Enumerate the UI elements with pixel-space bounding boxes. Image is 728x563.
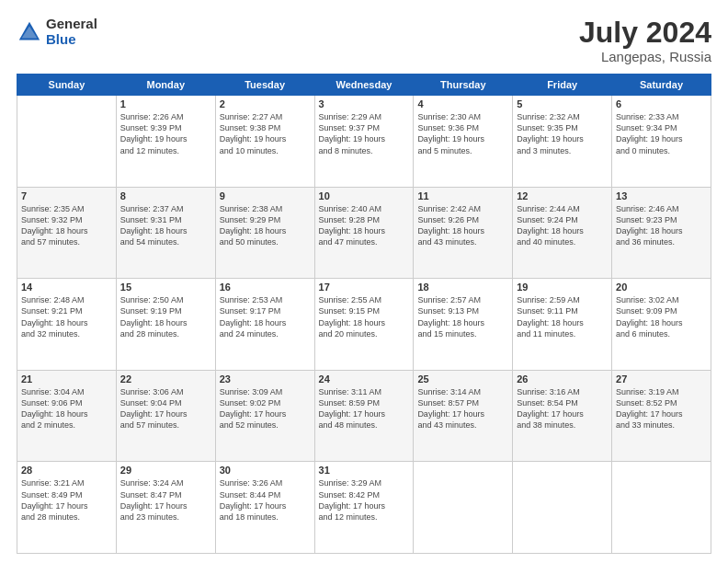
col-friday: Friday xyxy=(513,75,612,96)
day-info: Sunrise: 2:42 AM Sunset: 9:26 PM Dayligh… xyxy=(417,203,508,248)
day-number: 16 xyxy=(220,282,311,293)
col-thursday: Thursday xyxy=(414,75,513,96)
day-number: 7 xyxy=(21,190,112,201)
week-row-4: 28Sunrise: 3:21 AM Sunset: 8:49 PM Dayli… xyxy=(17,462,711,554)
day-number: 5 xyxy=(517,98,608,109)
day-info: Sunrise: 2:59 AM Sunset: 9:11 PM Dayligh… xyxy=(517,294,608,339)
page: General Blue July 2024 Langepas, Russia … xyxy=(0,0,728,563)
day-cell: 29Sunrise: 3:24 AM Sunset: 8:47 PM Dayli… xyxy=(116,462,215,554)
day-info: Sunrise: 2:33 AM Sunset: 9:34 PM Dayligh… xyxy=(616,111,707,156)
day-cell: 19Sunrise: 2:59 AM Sunset: 9:11 PM Dayli… xyxy=(513,279,612,371)
day-cell: 11Sunrise: 2:42 AM Sunset: 9:26 PM Dayli… xyxy=(414,187,513,279)
day-cell: 14Sunrise: 2:48 AM Sunset: 9:21 PM Dayli… xyxy=(17,279,117,371)
day-number: 19 xyxy=(517,282,608,293)
day-cell: 25Sunrise: 3:14 AM Sunset: 8:57 PM Dayli… xyxy=(414,370,513,462)
day-info: Sunrise: 2:38 AM Sunset: 9:29 PM Dayligh… xyxy=(220,203,311,248)
logo-blue-text: Blue xyxy=(46,32,97,48)
day-info: Sunrise: 2:48 AM Sunset: 9:21 PM Dayligh… xyxy=(21,294,112,339)
week-row-1: 7Sunrise: 2:35 AM Sunset: 9:32 PM Daylig… xyxy=(17,187,711,279)
day-info: Sunrise: 3:11 AM Sunset: 8:59 PM Dayligh… xyxy=(319,386,410,431)
day-number: 4 xyxy=(417,98,508,109)
day-info: Sunrise: 3:21 AM Sunset: 8:49 PM Dayligh… xyxy=(21,477,112,523)
col-wednesday: Wednesday xyxy=(314,75,414,96)
month-year: July 2024 xyxy=(579,17,711,49)
day-cell: 20Sunrise: 3:02 AM Sunset: 9:09 PM Dayli… xyxy=(612,279,711,371)
day-info: Sunrise: 2:37 AM Sunset: 9:31 PM Dayligh… xyxy=(120,203,211,248)
day-cell: 27Sunrise: 3:19 AM Sunset: 8:52 PM Dayli… xyxy=(612,370,711,462)
week-row-2: 14Sunrise: 2:48 AM Sunset: 9:21 PM Dayli… xyxy=(17,279,711,371)
day-info: Sunrise: 3:14 AM Sunset: 8:57 PM Dayligh… xyxy=(417,386,508,431)
day-cell: 31Sunrise: 3:29 AM Sunset: 8:42 PM Dayli… xyxy=(314,462,414,554)
day-info: Sunrise: 3:16 AM Sunset: 8:54 PM Dayligh… xyxy=(517,386,608,431)
day-number: 1 xyxy=(120,98,211,109)
day-cell: 10Sunrise: 2:40 AM Sunset: 9:28 PM Dayli… xyxy=(314,187,414,279)
day-number: 22 xyxy=(120,373,211,385)
day-number: 11 xyxy=(417,190,508,201)
col-tuesday: Tuesday xyxy=(215,75,314,96)
day-cell: 3Sunrise: 2:29 AM Sunset: 9:37 PM Daylig… xyxy=(314,96,414,188)
day-cell: 24Sunrise: 3:11 AM Sunset: 8:59 PM Dayli… xyxy=(314,370,414,462)
day-cell: 13Sunrise: 2:46 AM Sunset: 9:23 PM Dayli… xyxy=(612,187,711,279)
day-cell xyxy=(513,462,612,554)
day-info: Sunrise: 3:04 AM Sunset: 9:06 PM Dayligh… xyxy=(21,386,112,431)
day-info: Sunrise: 2:26 AM Sunset: 9:39 PM Dayligh… xyxy=(120,111,211,156)
title-block: July 2024 Langepas, Russia xyxy=(579,17,711,64)
day-info: Sunrise: 3:02 AM Sunset: 9:09 PM Dayligh… xyxy=(616,294,707,339)
day-number: 29 xyxy=(120,465,211,476)
day-number: 21 xyxy=(21,373,112,385)
day-cell: 18Sunrise: 2:57 AM Sunset: 9:13 PM Dayli… xyxy=(414,279,513,371)
day-info: Sunrise: 2:29 AM Sunset: 9:37 PM Dayligh… xyxy=(319,111,410,156)
day-cell: 21Sunrise: 3:04 AM Sunset: 9:06 PM Dayli… xyxy=(17,370,117,462)
day-info: Sunrise: 2:35 AM Sunset: 9:32 PM Dayligh… xyxy=(21,203,112,248)
day-cell: 1Sunrise: 2:26 AM Sunset: 9:39 PM Daylig… xyxy=(116,96,215,188)
day-cell: 4Sunrise: 2:30 AM Sunset: 9:36 PM Daylig… xyxy=(414,96,513,188)
day-cell xyxy=(17,96,117,188)
day-number: 18 xyxy=(417,282,508,293)
col-monday: Monday xyxy=(116,75,215,96)
day-number: 27 xyxy=(616,373,707,385)
day-cell: 23Sunrise: 3:09 AM Sunset: 9:02 PM Dayli… xyxy=(215,370,314,462)
day-number: 14 xyxy=(21,282,112,293)
calendar-header: Sunday Monday Tuesday Wednesday Thursday… xyxy=(17,75,711,96)
day-cell: 6Sunrise: 2:33 AM Sunset: 9:34 PM Daylig… xyxy=(612,96,711,188)
day-number: 31 xyxy=(319,465,410,476)
day-info: Sunrise: 2:57 AM Sunset: 9:13 PM Dayligh… xyxy=(417,294,508,339)
day-number: 8 xyxy=(120,190,211,201)
day-cell xyxy=(612,462,711,554)
day-cell: 5Sunrise: 2:32 AM Sunset: 9:35 PM Daylig… xyxy=(513,96,612,188)
day-info: Sunrise: 2:32 AM Sunset: 9:35 PM Dayligh… xyxy=(517,111,608,156)
day-number: 13 xyxy=(616,190,707,201)
day-info: Sunrise: 2:40 AM Sunset: 9:28 PM Dayligh… xyxy=(319,203,410,248)
day-number: 28 xyxy=(21,465,112,476)
day-number: 26 xyxy=(517,373,608,385)
day-cell: 8Sunrise: 2:37 AM Sunset: 9:31 PM Daylig… xyxy=(116,187,215,279)
day-number: 2 xyxy=(220,98,311,109)
day-number: 17 xyxy=(319,282,410,293)
day-number: 30 xyxy=(220,465,311,476)
day-cell: 26Sunrise: 3:16 AM Sunset: 8:54 PM Dayli… xyxy=(513,370,612,462)
day-number: 9 xyxy=(220,190,311,201)
week-row-3: 21Sunrise: 3:04 AM Sunset: 9:06 PM Dayli… xyxy=(17,370,711,462)
day-info: Sunrise: 3:19 AM Sunset: 8:52 PM Dayligh… xyxy=(616,386,707,431)
day-cell: 9Sunrise: 2:38 AM Sunset: 9:29 PM Daylig… xyxy=(215,187,314,279)
day-number: 24 xyxy=(319,373,410,385)
day-info: Sunrise: 3:29 AM Sunset: 8:42 PM Dayligh… xyxy=(319,477,410,523)
day-info: Sunrise: 3:26 AM Sunset: 8:44 PM Dayligh… xyxy=(220,477,311,523)
day-info: Sunrise: 3:24 AM Sunset: 8:47 PM Dayligh… xyxy=(120,477,211,523)
col-sunday: Sunday xyxy=(17,75,117,96)
logo: General Blue xyxy=(17,17,97,47)
day-cell: 22Sunrise: 3:06 AM Sunset: 9:04 PM Dayli… xyxy=(116,370,215,462)
day-cell: 30Sunrise: 3:26 AM Sunset: 8:44 PM Dayli… xyxy=(215,462,314,554)
day-cell: 17Sunrise: 2:55 AM Sunset: 9:15 PM Dayli… xyxy=(314,279,414,371)
day-info: Sunrise: 2:27 AM Sunset: 9:38 PM Dayligh… xyxy=(220,111,311,156)
day-info: Sunrise: 2:44 AM Sunset: 9:24 PM Dayligh… xyxy=(517,203,608,248)
week-row-0: 1Sunrise: 2:26 AM Sunset: 9:39 PM Daylig… xyxy=(17,96,711,188)
logo-text: General Blue xyxy=(46,17,97,47)
day-info: Sunrise: 2:46 AM Sunset: 9:23 PM Dayligh… xyxy=(616,203,707,248)
day-cell: 16Sunrise: 2:53 AM Sunset: 9:17 PM Dayli… xyxy=(215,279,314,371)
logo-general: General xyxy=(46,17,97,32)
day-info: Sunrise: 3:06 AM Sunset: 9:04 PM Dayligh… xyxy=(120,386,211,431)
day-cell: 12Sunrise: 2:44 AM Sunset: 9:24 PM Dayli… xyxy=(513,187,612,279)
day-number: 10 xyxy=(319,190,410,201)
day-cell xyxy=(414,462,513,554)
